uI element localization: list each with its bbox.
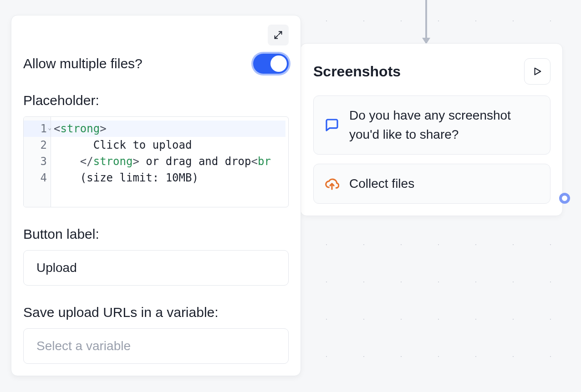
node-item-collect-files[interactable]: Collect files bbox=[313, 164, 550, 204]
run-node-button[interactable] bbox=[524, 58, 550, 85]
node-output-port[interactable] bbox=[559, 193, 570, 204]
svg-marker-0 bbox=[535, 68, 541, 75]
flow-arrow-down bbox=[425, 0, 427, 43]
toggle-knob bbox=[270, 55, 287, 72]
play-icon bbox=[532, 66, 542, 76]
gutter-line: 3 bbox=[24, 153, 47, 170]
flow-node-card[interactable]: Screenshots Do you have any screenshot y… bbox=[300, 43, 563, 216]
config-panel: Allow multiple files? Placeholder: 1⌄234… bbox=[11, 15, 301, 376]
expand-icon bbox=[274, 30, 283, 40]
placeholder-code-editor[interactable]: 1⌄234 <strong> Click to upload </strong>… bbox=[23, 116, 289, 207]
node-item-text: Do you have any screenshot you'd like to… bbox=[349, 106, 539, 144]
placeholder-heading: Placeholder: bbox=[23, 93, 289, 108]
button-label-heading: Button label: bbox=[23, 226, 289, 242]
code-line[interactable]: Click to upload bbox=[54, 137, 285, 153]
gutter-line: 1⌄ bbox=[23, 121, 51, 137]
allow-multiple-toggle[interactable] bbox=[253, 54, 289, 74]
node-item-message[interactable]: Do you have any screenshot you'd like to… bbox=[313, 95, 550, 155]
save-variable-heading: Save upload URLs in a variable: bbox=[23, 305, 289, 320]
allow-multiple-label: Allow multiple files? bbox=[23, 56, 143, 71]
code-line[interactable]: <strong> bbox=[51, 121, 285, 137]
code-line[interactable]: </strong> or drag and drop<br bbox=[54, 153, 285, 170]
expand-button[interactable] bbox=[268, 25, 289, 45]
gutter-line: 2 bbox=[24, 137, 47, 153]
cloud-upload-icon bbox=[325, 176, 339, 191]
gutter-line: 4 bbox=[24, 170, 47, 186]
node-item-text: Collect files bbox=[349, 174, 414, 193]
node-title: Screenshots bbox=[313, 63, 401, 80]
button-label-input[interactable] bbox=[23, 250, 289, 286]
code-gutter: 1⌄234 bbox=[24, 117, 51, 207]
code-line[interactable]: (size limit: 10MB) bbox=[54, 170, 285, 186]
save-variable-select[interactable]: Select a variable bbox=[23, 328, 289, 364]
chat-icon bbox=[325, 118, 339, 132]
code-body[interactable]: <strong> Click to upload </strong> or dr… bbox=[51, 117, 288, 207]
